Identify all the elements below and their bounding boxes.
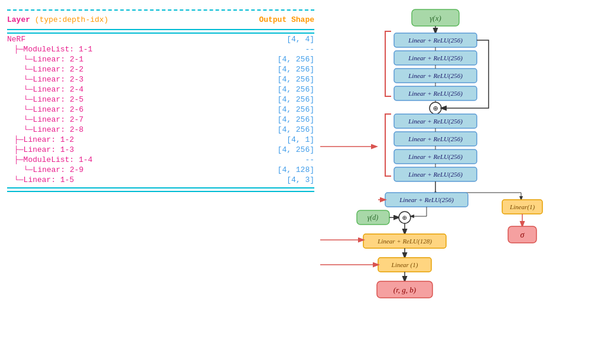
sigma-label: σ: [521, 230, 525, 239]
main-container: Layer (type:depth-idx) Output Shape NeRF…: [0, 0, 605, 364]
linear-relu-label-3: Linear + ReLU(256): [408, 72, 463, 80]
layer-row-linear-2-3: └─Linear: 2-3 [4, 256]: [7, 74, 314, 84]
dir-plus-symbol: ⊕: [402, 214, 407, 223]
bracket-bottom-left: [385, 114, 391, 176]
layer-name-linear-2-5: └─Linear: 2-5: [24, 95, 83, 104]
layer-name-linear-2-4: └─Linear: 2-4: [24, 85, 83, 94]
gamma-d-label: γ(d): [367, 213, 379, 222]
linear-relu-label-7: Linear + ReLU(256): [408, 153, 463, 161]
layer-output-linear-2-9: [4, 128]: [278, 165, 314, 174]
layer-row-modulelist-1: ├─ModuleList: 1-1 --: [7, 44, 314, 54]
layer-output-modulelist-1-4: --: [305, 155, 314, 164]
layer-row-linear-1-2: ├─Linear: 1-2 [4, 1]: [7, 135, 314, 145]
linear-relu-label-6: Linear + ReLU(256): [408, 135, 463, 143]
layer-output-linear-2-2: [4, 256]: [278, 65, 314, 74]
layer-output-linear-1-5: [4, 3]: [287, 176, 314, 184]
layer-output-linear-2-1: [4, 256]: [278, 55, 314, 64]
column-headers: Layer (type:depth-idx) Output Shape: [7, 13, 314, 27]
rgb-label: (r, g, b): [393, 285, 416, 294]
layer-output-nerf: [4, 4]: [287, 35, 314, 44]
layer-label: Layer: [7, 15, 30, 24]
layer-output-linear-2-6: [4, 256]: [278, 105, 314, 114]
output-shape-header: Output Shape: [259, 15, 314, 24]
layer-row-linear-2-4: └─Linear: 2-4 [4, 256]: [7, 84, 314, 95]
layer-name-modulelist-1-4: ├─ModuleList: 1-4: [14, 155, 93, 164]
gamma-x-label: γ(x): [430, 14, 441, 22]
layer-row-modulelist-1-4: ├─ModuleList: 1-4 --: [7, 155, 314, 165]
layer-output-linear-2-7: [4, 256]: [278, 115, 314, 124]
layer-name-linear-2-7: └─Linear: 2-7: [24, 115, 83, 124]
layer-name-linear-1-2: ├─Linear: 1-2: [14, 135, 74, 144]
linear-relu-label-2: Linear + ReLU(256): [408, 54, 463, 62]
layer-output-linear-2-3: [4, 256]: [278, 75, 314, 84]
bottom-equal-line: [7, 187, 314, 188]
layer-row-linear-2-6: └─Linear: 2-6 [4, 256]: [7, 105, 314, 115]
layer-name-linear-2-9: └─Linear: 2-9: [24, 165, 83, 174]
layer-output-linear-2-4: [4, 256]: [278, 85, 314, 94]
top-equal-line: [7, 29, 314, 30]
linear-relu-256-final-label: Linear + ReLU(256): [399, 196, 454, 204]
layer-name-linear-2-3: └─Linear: 2-3: [24, 75, 83, 84]
layer-name-linear-2-6: └─Linear: 2-6: [24, 105, 83, 114]
bottom-equal-line-2: [7, 191, 314, 192]
network-diagram: γ(x) Linear + ReLU(256) Linear + ReLU(25…: [320, 5, 598, 359]
layer-row-linear-2-8: └─Linear: 2-8 [4, 256]: [7, 125, 314, 135]
layer-output-linear-2-8: [4, 256]: [278, 125, 314, 134]
top-equal-line-2: [7, 32, 314, 34]
layer-output-modulelist1: --: [305, 45, 314, 54]
layer-list: Layer (type:depth-idx) Output Shape NeRF…: [7, 5, 314, 359]
top-dashed-line: [7, 9, 314, 11]
layer-name-linear-1-3: ├─Linear: 1-3: [14, 145, 74, 154]
linear-relu-label-1: Linear + ReLU(256): [408, 37, 463, 44]
layer-row-nerf: NeRF [4, 4]: [7, 34, 314, 44]
layer-column-header: Layer (type:depth-idx): [7, 15, 109, 24]
layer-output-linear-1-3: [4, 256]: [278, 145, 314, 154]
type-depth-label: (type:depth-idx): [35, 15, 109, 24]
layer-row-linear-2-2: └─Linear: 2-2 [4, 256]: [7, 64, 314, 74]
bracket-top-left: [385, 31, 391, 96]
layer-row-linear-2-5: └─Linear: 2-5 [4, 256]: [7, 95, 314, 105]
layer-row-linear-2-7: └─Linear: 2-7 [4, 256]: [7, 115, 314, 125]
diagram-svg: γ(x) Linear + ReLU(256) Linear + ReLU(25…: [320, 5, 574, 359]
layer-row-linear-1-3: ├─Linear: 1-3 [4, 256]: [7, 145, 314, 155]
layer-name-nerf: NeRF: [7, 35, 25, 44]
layer-name-linear-2-1: └─Linear: 2-1: [24, 55, 83, 64]
layer-output-linear-2-5: [4, 256]: [278, 95, 314, 104]
linear-out-label: Linear (1): [391, 261, 418, 269]
linear-relu-label-8: Linear + ReLU(256): [408, 171, 463, 178]
layer-name-modulelist1: ├─ModuleList: 1-1: [14, 45, 93, 54]
linear-relu-label-5: Linear + ReLU(256): [408, 118, 463, 125]
layer-row-linear-2-1: └─Linear: 2-1 [4, 256]: [7, 54, 314, 64]
layer-row-linear-2-9: └─Linear: 2-9 [4, 128]: [7, 165, 314, 175]
linear-1-label: Linear(1): [509, 203, 535, 211]
layer-name-linear-2-2: └─Linear: 2-2: [24, 65, 83, 74]
layer-name-linear-2-8: └─Linear: 2-8: [24, 125, 83, 134]
layer-output-linear-1-2: [4, 1]: [287, 135, 314, 144]
linear-relu-label-4: Linear + ReLU(256): [408, 90, 463, 98]
linear-relu-128-label: Linear + ReLU(128): [377, 238, 432, 245]
skip-plus: ⊕: [433, 104, 438, 113]
layer-row-linear-1-5: └─Linear: 1-5 [4, 3]: [7, 175, 314, 185]
layer-name-linear-1-5: └─Linear: 1-5: [14, 176, 74, 184]
